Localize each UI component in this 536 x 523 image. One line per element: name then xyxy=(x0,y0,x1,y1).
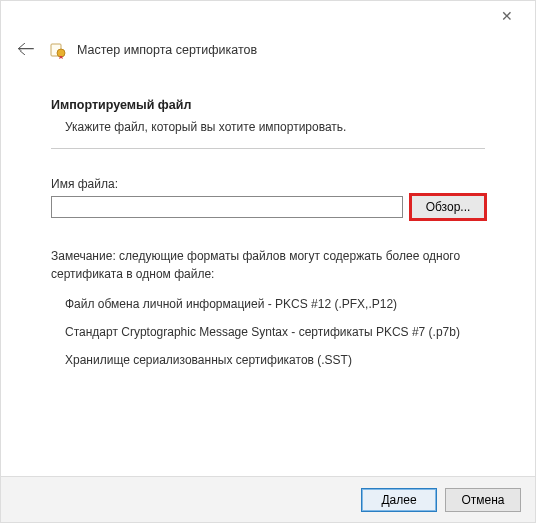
close-icon[interactable]: ✕ xyxy=(487,2,527,30)
wizard-title: Мастер импорта сертификатов xyxy=(77,43,257,57)
wizard-content: Импортируемый файл Укажите файл, который… xyxy=(1,68,535,367)
certificate-wizard-icon xyxy=(49,41,67,59)
file-row: Обзор... xyxy=(51,195,485,219)
browse-button[interactable]: Обзор... xyxy=(411,195,485,219)
svg-point-1 xyxy=(57,49,65,57)
format-note: Замечание: следующие форматы файлов могу… xyxy=(51,247,485,283)
format-item: Файл обмена личной информацией - PKCS #1… xyxy=(51,297,485,311)
section-heading: Импортируемый файл xyxy=(51,98,485,112)
next-button[interactable]: Далее xyxy=(361,488,437,512)
cancel-button[interactable]: Отмена xyxy=(445,488,521,512)
titlebar: ✕ xyxy=(1,1,535,31)
section-subtext: Укажите файл, который вы хотите импортир… xyxy=(51,120,485,134)
file-path-input[interactable] xyxy=(51,196,403,218)
divider xyxy=(51,148,485,149)
back-arrow-icon[interactable]: 🡠 xyxy=(13,37,39,62)
wizard-footer: Далее Отмена xyxy=(1,476,535,522)
format-item: Стандарт Cryptographic Message Syntax - … xyxy=(51,325,485,339)
wizard-header: 🡠 Мастер импорта сертификатов xyxy=(1,31,535,68)
file-field-label: Имя файла: xyxy=(51,177,485,191)
format-item: Хранилище сериализованных сертификатов (… xyxy=(51,353,485,367)
